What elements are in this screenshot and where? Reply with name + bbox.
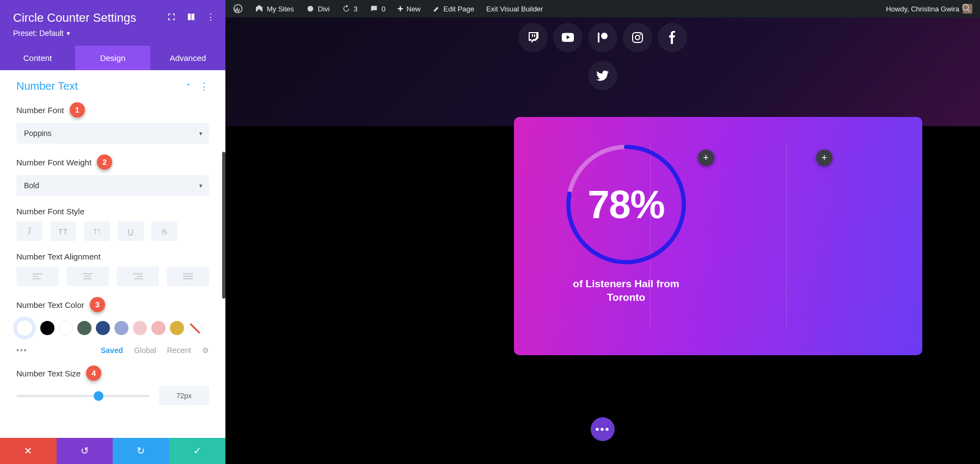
weight-label: Number Font Weight (16, 158, 91, 167)
updates-link[interactable]: 3 (339, 4, 361, 13)
slider-thumb[interactable] (94, 391, 103, 401)
redo-button[interactable]: ↻ (113, 438, 169, 464)
settings-sidebar: Circle Counter Settings Preset: Default … (0, 0, 225, 464)
caret-down-icon: ▼ (66, 30, 71, 36)
twitter-icon[interactable] (588, 61, 617, 90)
field-text-color: Number Text Color 3 ••• (16, 297, 209, 355)
align-left-button[interactable] (16, 267, 59, 286)
field-alignment: Number Text Alignment (16, 252, 209, 286)
annotation-badge-3: 3 (90, 297, 105, 312)
cancel-button[interactable]: ✕ (0, 438, 57, 464)
exit-builder-link[interactable]: Exit Visual Builder (483, 5, 547, 13)
swatch-3[interactable] (77, 321, 91, 335)
style-label: Number Font Style (16, 207, 84, 216)
align-label: Number Text Alignment (16, 252, 101, 261)
style-uppercase-button[interactable]: TT (50, 221, 76, 241)
svg-point-18 (640, 34, 641, 35)
hero-dark-section (225, 17, 980, 126)
field-number-font: Number Font 1 Poppins (16, 102, 209, 144)
annotation-badge-4: 4 (86, 366, 101, 381)
tab-content[interactable]: Content (0, 46, 75, 70)
svg-point-14 (601, 33, 608, 39)
youtube-icon[interactable] (553, 23, 583, 52)
palette-recent[interactable]: Recent (167, 346, 191, 355)
field-font-style: Number Font Style I TT TT U S (16, 207, 209, 241)
sidebar-footer: ✕ ↺ ↻ ✓ (0, 438, 225, 464)
align-center-button[interactable] (66, 267, 109, 286)
edit-page-link[interactable]: Edit Page (430, 5, 477, 13)
swatch-8[interactable] (170, 321, 184, 335)
style-italic-button[interactable]: I (16, 221, 42, 241)
font-select[interactable]: Poppins (16, 123, 209, 144)
annotation-badge-1: 1 (70, 102, 85, 117)
settings-tabs: Content Design Advanced (0, 46, 225, 70)
gradient-section: 78% of Listeners Hail from Toronto + + (514, 117, 922, 355)
undo-button[interactable]: ↺ (57, 438, 113, 464)
columns-icon[interactable] (186, 12, 196, 22)
exit-label: Exit Visual Builder (486, 5, 543, 13)
divi-label: Divi (318, 5, 330, 13)
size-label: Number Text Size (16, 369, 81, 378)
section-header[interactable]: Number Text ⌃ ⋮ (16, 80, 209, 92)
new-link[interactable]: +New (394, 3, 424, 15)
more-colors-button[interactable]: ••• (16, 346, 28, 355)
align-justify-button[interactable] (167, 267, 209, 286)
my-sites-link[interactable]: My Sites (252, 4, 297, 13)
swatch-transparent[interactable] (188, 321, 203, 335)
builder-fab[interactable]: ••• (591, 417, 615, 441)
kebab-icon[interactable]: ⋮ (206, 12, 216, 22)
swatch-black[interactable] (40, 321, 54, 335)
swatch-4[interactable] (96, 321, 110, 335)
counter-value: 78% (563, 141, 689, 268)
add-module-button-1[interactable]: + (698, 150, 714, 166)
wp-logo-icon[interactable] (230, 4, 246, 14)
preset-selector[interactable]: Preset: Default ▼ (13, 29, 71, 38)
color-picker-button[interactable] (16, 320, 33, 336)
style-strike-button[interactable]: S (151, 221, 177, 241)
counter-caption: of Listeners Hail from Toronto (563, 277, 689, 304)
tab-advanced[interactable]: Advanced (150, 46, 225, 70)
swatch-7[interactable] (151, 321, 166, 335)
svg-rect-15 (598, 33, 599, 42)
tab-design[interactable]: Design (75, 46, 150, 70)
patreon-icon[interactable] (588, 23, 617, 52)
style-underline-button[interactable]: U (118, 221, 144, 241)
weight-select[interactable]: Bold (16, 175, 209, 196)
howdy-label: Howdy, Christina Gwira (886, 5, 959, 13)
counter-ring: 78% (563, 141, 689, 268)
sidebar-header: Circle Counter Settings Preset: Default … (0, 0, 225, 46)
swatch-white[interactable] (59, 321, 73, 335)
add-module-button-2[interactable]: + (816, 150, 832, 166)
section-kebab-icon[interactable]: ⋮ (199, 82, 209, 91)
expand-icon[interactable] (167, 12, 176, 22)
my-sites-label: My Sites (267, 5, 294, 13)
updates-count: 3 (354, 5, 358, 13)
style-smallcaps-button[interactable]: TT (84, 221, 110, 241)
twitch-icon[interactable] (518, 23, 548, 52)
palette-gear-icon[interactable]: ⚙ (202, 346, 209, 355)
swatch-5[interactable] (114, 321, 128, 335)
search-icon[interactable] (958, 3, 975, 13)
divi-link[interactable]: Divi (303, 4, 333, 13)
facebook-icon[interactable] (658, 23, 687, 52)
social-row (518, 23, 687, 52)
palette-saved[interactable]: Saved (101, 346, 123, 355)
palette-global[interactable]: Global (134, 346, 156, 355)
edit-label: Edit Page (444, 5, 474, 13)
svg-point-13 (308, 6, 314, 12)
size-value-input[interactable]: 72px (159, 386, 209, 405)
field-font-weight: Number Font Weight 2 Bold (16, 154, 209, 196)
align-right-button[interactable] (117, 267, 159, 286)
color-swatches (16, 318, 209, 338)
swatch-6[interactable] (133, 321, 147, 335)
size-slider[interactable] (16, 395, 149, 397)
save-button[interactable]: ✓ (169, 438, 226, 464)
chevron-up-icon[interactable]: ⌃ (185, 82, 192, 91)
comments-link[interactable]: 0 (366, 4, 389, 13)
font-label: Number Font (16, 106, 64, 115)
column-divider-2 (786, 144, 787, 328)
instagram-icon[interactable] (623, 23, 652, 52)
circle-counter-module[interactable]: 78% of Listeners Hail from Toronto (563, 141, 689, 304)
new-label: New (407, 5, 421, 13)
panel-body: Number Text ⌃ ⋮ Number Font 1 Poppins (0, 70, 225, 438)
